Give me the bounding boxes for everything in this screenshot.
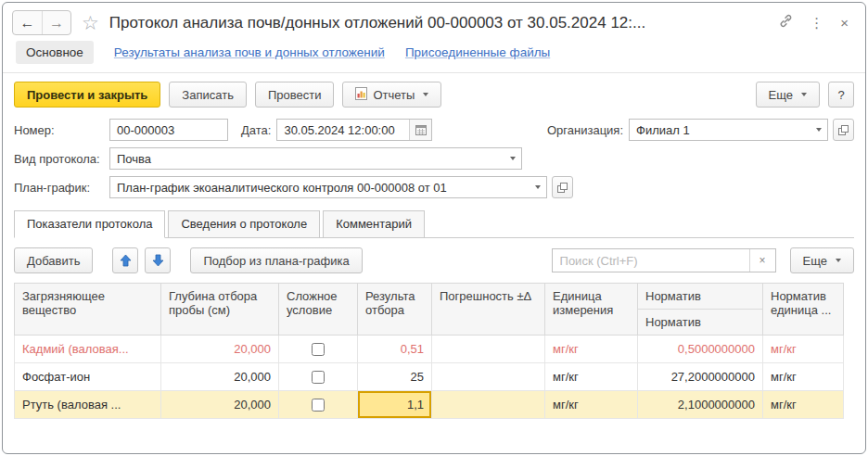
result-cell[interactable]: 25 [358,363,432,391]
error-cell[interactable] [432,363,545,391]
error-cell[interactable] [432,391,545,419]
chevron-down-icon[interactable] [529,177,546,197]
reports-button[interactable]: Отчеты [342,82,441,108]
col-header-depth[interactable]: Глубина отбора пробы (см) [161,284,279,336]
chevron-down-icon [836,259,841,262]
open-link-icon [838,125,849,135]
header-fields-row: Номер: 00-000003 Дата: 30.05.2024 12:00:… [3,115,865,144]
chevron-down-icon[interactable] [810,120,827,140]
organization-label: Организация: [547,123,623,137]
col-header-norm-unit[interactable]: Норматив единица ... [763,284,844,336]
grid-more-button[interactable]: Еще [790,247,854,273]
date-field[interactable]: 30.05.2024 12:00:00 [276,119,432,141]
clear-search-button[interactable]: × [749,249,775,272]
down-arrow-icon [152,254,164,267]
number-label: Номер: [14,123,109,137]
document-window: ← → ☆ Протокол анализа почв/донных отлож… [2,2,866,454]
nav-item-main[interactable]: Основное [16,41,94,64]
open-link-icon [557,183,568,193]
depth-cell[interactable]: 20,000 [161,336,279,363]
substance-cell[interactable]: Фосфат-ион [15,363,161,391]
complex-condition-cell[interactable] [279,391,358,419]
norm-cell[interactable]: 27,2000000000 [638,363,763,391]
table-row: Ртуть (валовая ... 20,000 1,1 мг/кг 2,10… [15,391,844,419]
window-title: Протокол анализа почв/донных отложений 0… [109,14,769,32]
report-icon [355,87,367,103]
substance-cell[interactable]: Ртуть (валовая ... [15,391,161,419]
post-button[interactable]: Провести [255,82,335,108]
forward-button[interactable]: → [42,11,70,34]
table-row: Фосфат-ион 20,000 25 мг/кг 27,2000000000… [15,363,844,391]
complex-condition-checkbox[interactable] [312,371,325,384]
result-cell-selected[interactable]: 1,1 [358,391,432,419]
col-header-result[interactable]: Результа отбора [358,284,432,336]
col-header-norm-group[interactable]: Норматив [638,284,763,310]
col-header-norm[interactable]: Норматив [638,310,763,336]
tab-comment[interactable]: Комментарий [323,210,425,238]
protocol-kind-row: Вид протокола: Почва [3,144,865,172]
calendar-icon[interactable] [409,120,431,140]
date-label: Дата: [241,123,271,137]
table-row: Кадмий (валовая... 20,000 0,51 мг/кг 0,5… [15,336,844,363]
move-up-button[interactable] [112,247,138,273]
pick-from-plan-button[interactable]: Подбор из плана-графика [190,247,362,273]
back-arrow-icon: ← [20,15,35,32]
complex-condition-checkbox[interactable] [312,343,325,356]
result-cell[interactable]: 0,51 [358,336,432,363]
more-button[interactable]: Еще [756,82,820,108]
substance-cell[interactable]: Кадмий (валовая... [15,336,161,363]
norm-cell[interactable]: 0,5000000000 [638,336,763,363]
complex-condition-cell[interactable] [279,336,358,363]
norm-cell[interactable]: 2,1000000000 [638,391,763,419]
col-header-unit[interactable]: Единица измерения [545,284,638,336]
open-organization-button[interactable] [833,119,854,141]
chevron-down-icon [423,93,428,96]
up-arrow-icon [120,254,132,267]
col-header-complex-condition[interactable]: Сложное условие [279,284,358,336]
norm-unit-cell[interactable]: мг/кг [763,391,844,419]
nav-item-results[interactable]: Результаты анализа почв и донных отложен… [114,45,385,59]
page-tabs: Показатели протокола Сведения о протокол… [14,209,854,238]
plan-schedule-row: План-график: План-график экоаналитическо… [3,172,865,201]
col-header-substance[interactable]: Загрязняющее вещество [15,284,161,336]
chevron-down-icon[interactable] [504,148,521,169]
protocol-kind-field[interactable]: Почва [109,147,522,170]
add-row-button[interactable]: Добавить [14,247,93,273]
complex-condition-cell[interactable] [279,363,358,391]
post-and-close-button[interactable]: Провести и закрыть [14,82,160,108]
chevron-down-icon [801,93,807,96]
col-header-error[interactable]: Погрешность ±Δ [432,284,545,336]
history-nav: ← → [12,10,71,35]
favorite-star-icon[interactable]: ☆ [82,13,99,32]
write-button[interactable]: Записать [169,82,247,108]
norm-unit-cell[interactable]: мг/кг [763,363,844,391]
forward-arrow-icon: → [49,15,64,32]
error-cell[interactable] [432,336,545,363]
unit-cell[interactable]: мг/кг [545,336,638,363]
command-bar: Провести и закрыть Записать Провести Отч… [3,73,865,115]
close-icon[interactable]: × [840,16,849,30]
search-input[interactable] [553,254,749,268]
kebab-menu-icon[interactable]: ⋮ [810,16,823,30]
plan-schedule-label: План-график: [14,181,109,195]
norm-unit-cell[interactable]: мг/кг [763,336,844,363]
grid-toolbar: Добавить Подбор из плана-графика × Еще [3,238,865,280]
unit-cell[interactable]: мг/кг [545,363,638,391]
organization-field[interactable]: Филиал 1 [629,119,828,141]
help-button[interactable]: ? [828,82,854,108]
depth-cell[interactable]: 20,000 [161,363,279,391]
unit-cell[interactable]: мг/кг [545,391,638,419]
tab-protocol-details[interactable]: Сведения о протоколе [168,210,320,238]
tab-protocol-indicators[interactable]: Показатели протокола [14,210,165,238]
depth-cell[interactable]: 20,000 [161,391,279,419]
link-icon[interactable] [779,14,793,32]
number-field[interactable]: 00-000003 [109,119,228,141]
open-plan-button[interactable] [552,176,573,198]
titlebar-icons: ⋮ × [779,14,850,32]
back-button[interactable]: ← [13,11,42,34]
complex-condition-checkbox[interactable] [312,399,325,412]
navigation-panel: Основное Результаты анализа почв и донны… [3,40,865,73]
plan-schedule-field[interactable]: План-график экоаналитического контроля 0… [109,176,547,198]
move-down-button[interactable] [145,247,171,273]
nav-item-attached-files[interactable]: Присоединенные файлы [405,45,550,59]
